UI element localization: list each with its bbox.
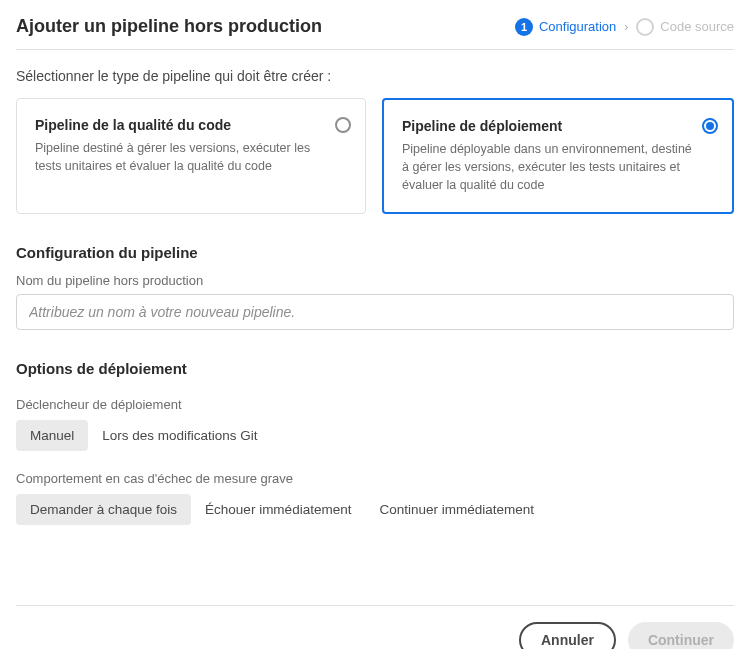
page-title: Ajouter un pipeline hors production (16, 16, 322, 37)
continue-button[interactable]: Continuer (628, 622, 734, 649)
card-description: Pipeline destiné à gérer les versions, e… (35, 139, 325, 175)
step-code-source: Code source (636, 18, 734, 36)
step-number-icon (636, 18, 654, 36)
name-field-label: Nom du pipeline hors production (16, 273, 734, 288)
step-label: Configuration (539, 19, 616, 34)
pipeline-type-code-quality[interactable]: Pipeline de la qualité du code Pipeline … (16, 98, 366, 214)
step-configuration: 1 Configuration (515, 18, 616, 36)
step-label: Code source (660, 19, 734, 34)
stepper: 1 Configuration › Code source (515, 18, 734, 36)
trigger-option-git[interactable]: Lors des modifications Git (88, 420, 271, 451)
radio-icon (335, 117, 351, 133)
trigger-toggle-group: Manuel Lors des modifications Git (16, 420, 734, 451)
chevron-right-icon: › (624, 20, 628, 34)
card-title: Pipeline de déploiement (402, 118, 692, 134)
trigger-option-manual[interactable]: Manuel (16, 420, 88, 451)
deployment-section-title: Options de déploiement (16, 360, 734, 377)
pipeline-name-input[interactable] (16, 294, 734, 330)
step-number-icon: 1 (515, 18, 533, 36)
trigger-label: Déclencheur de déploiement (16, 397, 734, 412)
card-description: Pipeline déployable dans un environnemen… (402, 140, 692, 194)
selection-prompt: Sélectionner le type de pipeline qui doi… (16, 68, 734, 84)
failure-label: Comportement en cas d'échec de mesure gr… (16, 471, 734, 486)
card-title: Pipeline de la qualité du code (35, 117, 325, 133)
radio-icon (702, 118, 718, 134)
cancel-button[interactable]: Annuler (519, 622, 616, 649)
failure-option-fail[interactable]: Échouer immédiatement (191, 494, 365, 525)
failure-option-continue[interactable]: Continuer immédiatement (365, 494, 548, 525)
failure-toggle-group: Demander à chaque fois Échouer immédiate… (16, 494, 734, 525)
failure-option-ask[interactable]: Demander à chaque fois (16, 494, 191, 525)
config-section-title: Configuration du pipeline (16, 244, 734, 261)
pipeline-type-deployment[interactable]: Pipeline de déploiement Pipeline déploya… (382, 98, 734, 214)
